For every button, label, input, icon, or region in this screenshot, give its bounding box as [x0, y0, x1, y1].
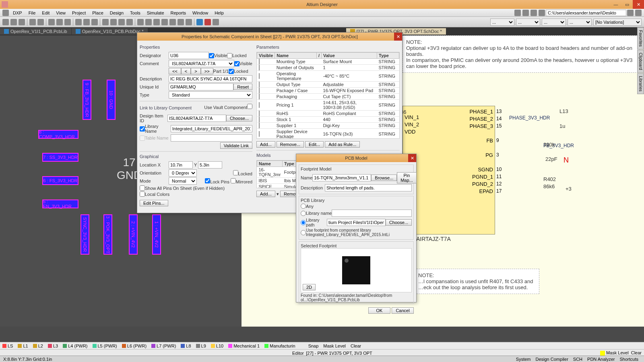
param-row[interactable]: Supplier 1Digi-KeySTRING	[257, 123, 399, 129]
track-icon[interactable]	[161, 19, 168, 25]
zoom-in-icon[interactable]	[48, 19, 55, 25]
nav-fwd-icon[interactable]	[522, 10, 529, 16]
description-input[interactable]	[169, 75, 252, 82]
libname-input[interactable]	[171, 125, 252, 132]
layer-item[interactable]: LS	[0, 343, 15, 348]
validate-button[interactable]: Validate Link	[220, 142, 252, 149]
delete-icon[interactable]	[204, 19, 211, 25]
layer-item[interactable]: L1	[15, 343, 30, 348]
edit-button[interactable]: Edit...	[305, 141, 324, 148]
lib-any-radio[interactable]	[301, 204, 306, 209]
locx-input[interactable]	[169, 161, 193, 169]
mirrored-checkbox[interactable]	[231, 178, 236, 183]
dxp-icon[interactable]	[2, 10, 9, 16]
masklevel-button[interactable]: Mask Level	[606, 350, 629, 355]
menu-reports[interactable]: Reports	[167, 10, 190, 16]
ok-button[interactable]: OK	[368, 307, 390, 314]
redo-icon[interactable]	[126, 19, 133, 25]
visible-checkbox[interactable]	[234, 61, 239, 66]
menu-dxp[interactable]: DXP	[10, 10, 25, 16]
layer-icon[interactable]	[196, 19, 203, 25]
print-icon[interactable]	[29, 19, 36, 25]
next-part-button[interactable]: >>	[201, 68, 213, 74]
panel-button[interactable]: PDN Analyzer	[585, 357, 617, 362]
prev-button[interactable]: <	[181, 68, 191, 74]
designitem-input[interactable]	[167, 115, 226, 122]
add-button[interactable]: Add...	[256, 141, 275, 148]
addrule-button[interactable]: Add as Rule...	[325, 141, 360, 148]
menu-tools[interactable]: Tools	[127, 10, 144, 16]
fit-icon[interactable]	[64, 19, 71, 25]
localcolors-checkbox[interactable]	[140, 191, 145, 197]
clear-button[interactable]: Clear	[348, 343, 363, 348]
close-button[interactable]: ✕	[633, 0, 644, 9]
route-icon[interactable]	[137, 19, 144, 25]
cut-icon[interactable]	[75, 19, 82, 25]
showallpins-checkbox[interactable]	[140, 185, 145, 191]
col-header[interactable]: Type	[377, 53, 399, 59]
layer-item[interactable]: L3	[45, 343, 60, 348]
choose-button[interactable]: Choose...	[226, 115, 252, 121]
locked-checkbox[interactable]	[227, 53, 232, 58]
dim-icon[interactable]	[186, 19, 192, 25]
layer-item[interactable]: L7 (PWR)	[149, 343, 178, 348]
close-icon[interactable]: ✕	[394, 33, 402, 41]
refresh-icon[interactable]	[627, 10, 634, 16]
param-row[interactable]: Supplier Device Package16-TQFN (3x3)STRI…	[257, 129, 399, 139]
filter-select-3[interactable]: ...	[542, 19, 566, 26]
copy-icon[interactable]	[83, 19, 90, 25]
poly-icon[interactable]	[169, 19, 176, 25]
clear-button[interactable]: Clear	[631, 350, 642, 355]
masklevel-button[interactable]: Mask Level	[321, 343, 348, 348]
sidetab-clipboard[interactable]: Clipboard	[637, 50, 644, 73]
text-icon[interactable]	[178, 19, 184, 25]
libname-checkbox[interactable]	[140, 126, 145, 132]
libpath-input[interactable]	[327, 219, 386, 226]
menu-window[interactable]: Window	[189, 10, 211, 16]
lib-comp-radio[interactable]	[301, 230, 306, 235]
layer-item[interactable]: L2	[31, 343, 45, 348]
menu-design[interactable]: Design	[107, 10, 127, 16]
variation-select[interactable]: [No Variations]	[593, 19, 642, 26]
path-input[interactable]	[546, 10, 626, 16]
menu-edit[interactable]: Edit	[39, 10, 53, 16]
folder-icon[interactable]	[539, 10, 545, 16]
next-button[interactable]: >	[191, 68, 200, 74]
highlight-icon[interactable]	[213, 19, 219, 25]
layer-item[interactable]: L8	[178, 343, 193, 348]
choose-button[interactable]: Choose...	[386, 219, 412, 226]
save-icon[interactable]	[19, 19, 25, 25]
visible-checkbox[interactable]	[209, 53, 214, 58]
sidetab-favorites[interactable]: Favorites	[637, 27, 644, 49]
fpname-input[interactable]	[312, 174, 371, 181]
tab-pcbdoc[interactable]: OpenRex_V1I1_PCB.PcbDoc *	[72, 28, 148, 35]
snap-button[interactable]: Snap	[306, 343, 321, 348]
param-row[interactable]: Stock 1440STRING	[257, 117, 399, 123]
filter-select-4[interactable]: ...	[568, 19, 592, 26]
param-row[interactable]: RoHSRoHS CompliantSTRING	[257, 111, 399, 117]
param-row[interactable]: Number of Outputs1STRING	[257, 65, 399, 71]
filter-select-1[interactable]: ...	[490, 19, 514, 26]
menu-place[interactable]: Place	[89, 10, 107, 16]
mode-select[interactable]: Normal	[169, 177, 197, 185]
view-2d-button[interactable]: 2D	[303, 284, 316, 290]
help-icon[interactable]	[635, 10, 642, 16]
via-icon[interactable]	[145, 19, 152, 25]
menu-view[interactable]: View	[53, 10, 69, 16]
locked-checkbox[interactable]	[229, 69, 234, 74]
locked-checkbox[interactable]	[233, 170, 238, 175]
zoom-out-icon[interactable]	[56, 19, 63, 25]
lib-path-radio[interactable]	[301, 220, 306, 225]
param-row[interactable]: Mounting TypeSurface MountSTRING	[257, 59, 399, 65]
layer-item[interactable]: Mechanical 1	[226, 343, 262, 348]
editpins-button[interactable]: Edit Pins...	[140, 200, 168, 206]
layer-item[interactable]: L4 (PWR)	[60, 343, 90, 348]
tablename-input[interactable]	[171, 134, 252, 142]
paste-icon[interactable]	[91, 19, 98, 25]
menu-simulate[interactable]: Simulate	[144, 10, 167, 16]
lib-name-radio[interactable]	[301, 211, 306, 216]
param-row[interactable]: Output TypeAdjustableSTRING	[257, 82, 399, 88]
locy-input[interactable]	[198, 161, 222, 169]
open-icon[interactable]	[10, 19, 17, 25]
pad-icon[interactable]	[153, 19, 160, 25]
